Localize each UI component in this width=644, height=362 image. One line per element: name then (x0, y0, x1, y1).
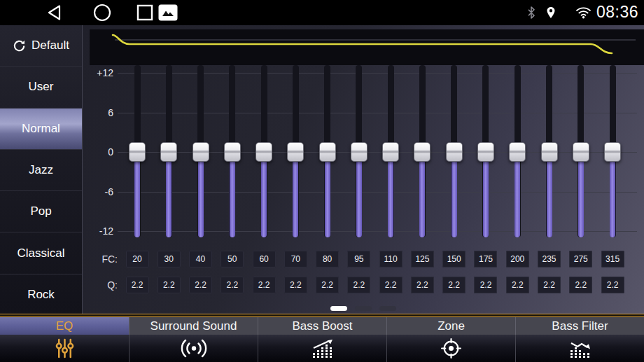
q-value-box[interactable]: 2.2 (316, 277, 339, 293)
slider-handle[interactable] (446, 142, 463, 162)
fc-value-box[interactable]: 175 (474, 251, 497, 267)
fc-value-box[interactable]: 20 (126, 251, 149, 267)
q-value-box[interactable]: 2.2 (347, 277, 370, 293)
slider-handle[interactable] (604, 142, 621, 162)
slider-handle[interactable] (192, 142, 209, 162)
slider-track-fill (325, 152, 330, 237)
q-value-box[interactable]: 2.2 (474, 277, 497, 293)
sidebar-item-default[interactable]: Default (0, 25, 82, 67)
q-value-box[interactable]: 2.2 (253, 277, 276, 293)
slider-handle[interactable] (477, 142, 494, 162)
fc-value-box[interactable]: 315 (601, 251, 624, 267)
q-value-box[interactable]: 2.2 (379, 277, 402, 293)
q-value-box[interactable]: 2.2 (411, 277, 434, 293)
q-value-box[interactable]: 2.2 (189, 277, 212, 293)
eq-band-slider[interactable] (223, 25, 242, 277)
q-value-box[interactable]: 2.2 (220, 277, 244, 293)
home-button[interactable] (93, 4, 111, 22)
eq-band-slider[interactable] (349, 25, 369, 277)
page-dot[interactable] (379, 306, 396, 311)
eq-band-slider[interactable] (603, 25, 622, 277)
fc-value-box[interactable]: 70 (284, 251, 307, 267)
tab-bass-filter[interactable]: Bass Filter (515, 317, 644, 335)
slider-handle[interactable] (129, 142, 146, 162)
q-value-box[interactable]: 2.2 (569, 277, 592, 293)
eq-band-slider[interactable] (381, 25, 400, 277)
sidebar-item-classical[interactable]: Classical (0, 232, 82, 274)
fc-value-box[interactable]: 40 (189, 251, 212, 267)
q-value-box[interactable]: 2.2 (538, 277, 561, 293)
sidebar-item-pop[interactable]: Pop (0, 191, 82, 232)
slider-handle[interactable] (382, 142, 399, 162)
tab-icon-cell-zone[interactable] (386, 335, 515, 362)
q-value-box[interactable]: 2.2 (126, 277, 149, 293)
sidebar-item-rock[interactable]: Rock (0, 274, 82, 315)
eq-band-slider[interactable] (444, 25, 464, 277)
slider-handle[interactable] (541, 142, 558, 162)
fc-value-box[interactable]: 125 (411, 251, 434, 267)
fc-value-box[interactable]: 50 (220, 251, 244, 267)
sidebar-item-label: Rock (27, 288, 55, 302)
slider-handle[interactable] (287, 142, 304, 162)
q-value-box[interactable]: 2.2 (284, 277, 307, 293)
fc-value-box[interactable]: 275 (569, 251, 592, 267)
fc-value-box[interactable]: 30 (158, 251, 181, 267)
eq-band-slider[interactable] (571, 25, 591, 277)
slider-handle[interactable] (255, 142, 272, 162)
eq-band-slider[interactable] (507, 25, 527, 277)
fc-value-box[interactable]: 150 (442, 251, 465, 267)
back-button[interactable] (46, 4, 62, 21)
tab-icon-cell-surround-sound[interactable] (129, 335, 258, 362)
page-dot[interactable] (330, 306, 347, 311)
tab-icon-cell-bass-boost[interactable] (258, 335, 386, 362)
q-value-box[interactable]: 2.2 (442, 277, 465, 293)
sidebar-item-user[interactable]: User (0, 67, 82, 108)
eq-band-slider[interactable] (254, 25, 274, 277)
sidebar-item-label: Pop (30, 204, 51, 218)
tab-labels: EQSurround SoundBass BoostZoneBass Filte… (0, 317, 644, 335)
page-dot[interactable] (355, 306, 372, 311)
slider-handle[interactable] (160, 142, 177, 162)
slider-handle[interactable] (351, 142, 368, 162)
slider-track-fill (261, 152, 267, 237)
sidebar-item-normal[interactable]: Normal (0, 109, 82, 150)
tab-eq[interactable]: EQ (0, 317, 129, 335)
tab-icon-cell-bass-filter[interactable] (515, 335, 644, 362)
fc-value-box[interactable]: 60 (253, 251, 276, 267)
eq-band-slider[interactable] (540, 25, 559, 277)
slider-handle[interactable] (224, 142, 241, 162)
slider-handle[interactable] (573, 142, 589, 162)
eq-band-slider[interactable] (191, 25, 211, 277)
tab-zone[interactable]: Zone (386, 317, 515, 335)
slider-handle[interactable] (414, 142, 430, 162)
zone-target-icon (440, 337, 462, 359)
fc-value-box[interactable]: 200 (506, 251, 529, 267)
slider-handle[interactable] (509, 142, 526, 162)
screenshot-gallery-button[interactable] (158, 4, 178, 21)
surround-sound-icon (179, 339, 209, 358)
fc-value-box[interactable]: 235 (538, 251, 561, 267)
eq-band-slider[interactable] (286, 25, 305, 277)
recents-button[interactable] (136, 4, 153, 21)
sidebar-item-label: Jazz (29, 163, 53, 177)
eq-band-slider[interactable] (318, 25, 337, 277)
eq-band-slider[interactable] (476, 25, 496, 277)
location-icon (546, 6, 556, 19)
q-value-box[interactable]: 2.2 (601, 277, 624, 293)
eq-band-slider[interactable] (127, 25, 147, 277)
sidebar-item-jazz[interactable]: Jazz (0, 150, 82, 191)
eq-band-slider[interactable] (159, 25, 178, 277)
fc-value-box[interactable]: 80 (316, 251, 339, 267)
tab-icon-cell-eq[interactable] (0, 335, 129, 362)
fc-value-box[interactable]: 95 (347, 251, 370, 267)
slider-track-fill (483, 152, 489, 237)
q-value-box[interactable]: 2.2 (158, 277, 181, 293)
refresh-icon (13, 39, 26, 53)
tab-surround-sound[interactable]: Surround Sound (129, 317, 258, 335)
tab-bass-boost[interactable]: Bass Boost (258, 317, 386, 335)
slider-handle[interactable] (319, 142, 336, 162)
sidebar: DefaultUserNormalJazzPopClassicalRock (0, 25, 83, 315)
fc-value-box[interactable]: 110 (379, 251, 402, 267)
q-value-box[interactable]: 2.2 (506, 277, 529, 293)
eq-band-slider[interactable] (412, 25, 432, 277)
